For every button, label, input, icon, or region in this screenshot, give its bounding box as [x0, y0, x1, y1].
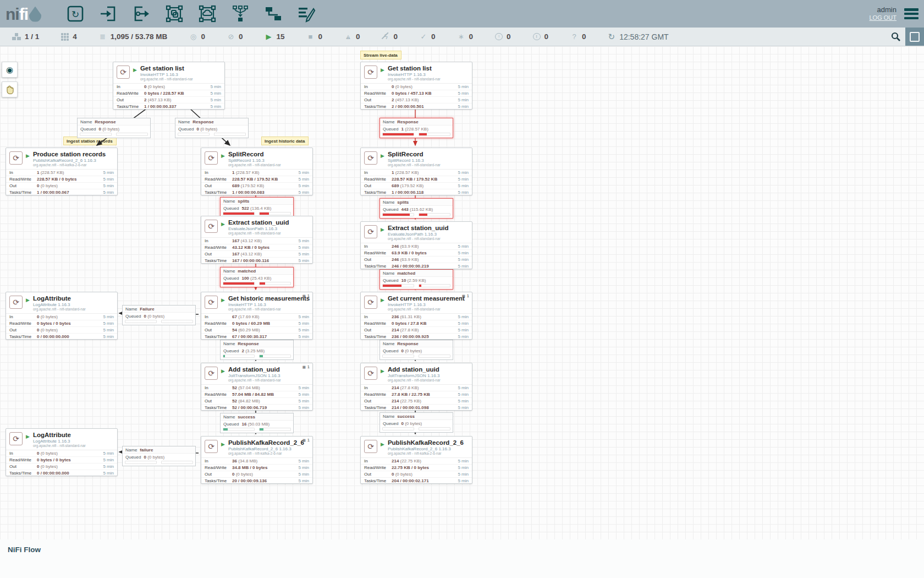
stat-window: 5 min: [298, 328, 309, 332]
processor[interactable]: ⟳ ▶ Extract station_uuid EvaluateJsonPat…: [360, 221, 472, 269]
stat-label: Read/Write: [117, 91, 144, 96]
processor[interactable]: ⟳ ▶ LogAttribute LogAttribute 1.16.3 org…: [6, 292, 118, 340]
stat-window: 5 min: [458, 399, 469, 403]
flow-label[interactable]: Stream live-data: [360, 51, 402, 59]
processor[interactable]: ⟳ ▶ PublishKafkaRecord_2_6 PublishKafkaR…: [360, 436, 472, 484]
search-button[interactable]: [886, 28, 905, 46]
connection-label[interactable]: Name matched Queued 10 (2.59 KB): [380, 269, 453, 290]
processor[interactable]: ⟳ ▶ Add station_uuid JoltTransformJSON 1…: [360, 363, 472, 411]
processor[interactable]: ⟳ ▶ SplitRecord SplitRecord 1.16.3 org.a…: [360, 148, 472, 195]
connection-label[interactable]: Name splits Queued 443 (115.62 KB): [380, 198, 453, 219]
stat-label: Tasks/Time: [9, 334, 37, 339]
stat-label: Out: [364, 97, 392, 102]
backpressure-size-bar: [419, 133, 450, 136]
stat-value: 0 (0 bytes): [37, 183, 101, 188]
stat-row: Out0 (0 bytes)5 min: [6, 327, 117, 334]
stat-value: 0 / 00:00:00.000: [37, 471, 101, 476]
processor-bundle: org.apache.nifi - nifi-standard-nar: [33, 444, 86, 448]
output-port-toolbar-icon[interactable]: [131, 4, 151, 24]
remote-process-group-toolbar-icon[interactable]: [197, 4, 217, 24]
navigate-palette-button[interactable]: ◉: [2, 62, 18, 78]
stat-label: Read/Write: [205, 177, 232, 182]
stat-window: 5 min: [298, 314, 309, 319]
connection-label[interactable]: Name Response Queued 2 (3.25 MB): [220, 340, 294, 360]
backpressure-bars: [380, 132, 453, 138]
connection-name-label: Name: [383, 119, 394, 124]
backpressure-object-bar: [125, 320, 157, 323]
processor-bundle: org.apache.nifi - nifi-standard-nar: [140, 78, 193, 81]
up-to-date-count: 0: [431, 32, 436, 41]
connection-label[interactable]: Name Response Queued 1 (228.57 KB): [380, 118, 453, 138]
processor-type: LogAttribute 1.16.3: [33, 439, 86, 444]
connection-label[interactable]: Name Response Queued 0 (0 bytes): [77, 118, 151, 138]
refresh-icon[interactable]: ↻: [608, 32, 615, 42]
stat-value: 57.04 MB / 84.82 MB: [232, 392, 296, 397]
stat-window: 5 min: [103, 183, 114, 188]
backpressure-object-bar: [382, 284, 414, 287]
stat-row: In1 (228.57 KB)5 min: [201, 170, 312, 176]
processor-stats: In1 (228.57 KB)5 minRead/Write228.57 KB …: [6, 169, 117, 195]
stat-label: Read/Write: [364, 392, 392, 397]
connection-label[interactable]: Name success Queued 0 (0 bytes): [380, 412, 453, 433]
connection-queued-value: 1 (228.57 KB): [401, 127, 428, 132]
stat-value: 22.75 KB / 0 bytes: [392, 465, 455, 470]
connection-queued-label: Queued: [383, 348, 398, 353]
backpressure-object-bar: [382, 355, 414, 358]
connection-label[interactable]: Name failure Queued 0 (0 bytes): [122, 446, 196, 466]
breadcrumb[interactable]: NiFi Flow: [8, 546, 41, 554]
status-sync-failure: ?0: [570, 32, 586, 41]
processor[interactable]: ⟳ ▶ SplitRecord SplitRecord 1.16.3 org.a…: [201, 148, 313, 195]
flow-canvas[interactable]: Stream live-dataIngest station recordsIn…: [0, 46, 924, 539]
funnel-toolbar-icon[interactable]: [230, 4, 250, 24]
stat-row: In52 (57.04 MB)5 min: [201, 385, 312, 391]
processor[interactable]: ⟳ ▶ Get station list InvokeHTTP 1.16.3 o…: [113, 62, 225, 110]
connection-relationship: Failure: [140, 307, 154, 312]
logout-link[interactable]: LOG OUT: [869, 14, 897, 22]
settings-panel-button[interactable]: [905, 28, 924, 46]
processor[interactable]: ▦1 ⟳ ▶ Add station_uuid JoltTransformJSO…: [201, 363, 313, 411]
template-toolbar-icon[interactable]: [263, 4, 283, 24]
user-area: admin LOG OUT: [869, 6, 919, 22]
stat-label: In: [205, 314, 232, 319]
connection-label[interactable]: Name success Queued 16 (50.03 MB): [220, 413, 294, 433]
stat-label: Out: [364, 328, 392, 332]
processor[interactable]: ⟳ ▶ Produce station records PublishKafka…: [6, 148, 118, 195]
processor[interactable]: ⟳ ▶ Get station list InvokeHTTP 1.16.3 o…: [360, 62, 472, 110]
connection-label[interactable]: Name Response Queued 0 (0 bytes): [380, 340, 453, 360]
label-toolbar-icon[interactable]: [296, 4, 316, 24]
connection-label[interactable]: Name Failure Queued 0 (0 bytes): [122, 305, 196, 325]
process-group-toolbar-icon[interactable]: [164, 4, 184, 24]
connection-label[interactable]: Name matched Queued 100 (25.43 KB): [220, 267, 294, 287]
svg-text:↻: ↻: [72, 9, 79, 20]
processor[interactable]: ⟳ ▶ LogAttribute LogAttribute 1.16.3 org…: [6, 428, 118, 476]
stat-row: Tasks/Time1 / 00:00:00.118 5 min: [361, 189, 472, 195]
processor[interactable]: ▦1 ⟳ ▶ Get historic measurements InvokeH…: [201, 292, 313, 340]
processor[interactable]: ▦1 ⟳ ▶ Get current measurement InvokeHTT…: [360, 292, 472, 340]
connection-label[interactable]: Name splits Queued 522 (136.4 KB): [220, 197, 294, 217]
stat-window: 5 min: [458, 478, 469, 483]
stat-value: 54 (60.29 MB): [232, 328, 296, 332]
processor[interactable]: ⟳ ▶ Extract station_uuid EvaluateJsonPat…: [201, 216, 313, 264]
stat-label: In: [205, 170, 232, 175]
stat-label: In: [205, 385, 232, 390]
input-port-toolbar-icon[interactable]: [98, 4, 118, 24]
stat-row: In36 (34.8 MB)5 min: [201, 458, 312, 465]
processor-name: Produce station records: [33, 151, 106, 157]
stat-row: Out167 (43.12 KB)5 min: [201, 251, 312, 258]
connection-label[interactable]: Name Response Queued 0 (0 bytes): [175, 118, 249, 138]
status-bar: 1 / 14≣1,095 / 53.78 MB◎0⊘0▶15■0▲0ϟ0✓0∗0…: [0, 28, 924, 46]
stat-row: Read/Write228.57 KB / 179.52 KB 5 min: [361, 176, 472, 183]
stat-value: 167 (43.12 KB): [232, 238, 296, 243]
processor-toolbar-icon[interactable]: ↻: [65, 4, 85, 24]
connection-relationship: Response: [95, 119, 116, 124]
processor-type-icon: ⟳: [364, 225, 377, 238]
flow-label[interactable]: Ingest historic data: [261, 137, 309, 145]
logo-text-ni: ni: [6, 5, 19, 24]
processor-name: Add station_uuid: [228, 366, 281, 373]
stat-value: 0 bytes / 457.13 KB: [392, 91, 455, 96]
global-menu-icon[interactable]: [904, 8, 919, 19]
processor[interactable]: ▦1 ⟳ ▶ PublishKafkaRecord_2_6 PublishKaf…: [201, 436, 313, 484]
stat-window: 5 min: [298, 478, 309, 483]
processor-type-icon: ⟳: [9, 151, 23, 165]
operate-palette-button[interactable]: [2, 81, 18, 97]
